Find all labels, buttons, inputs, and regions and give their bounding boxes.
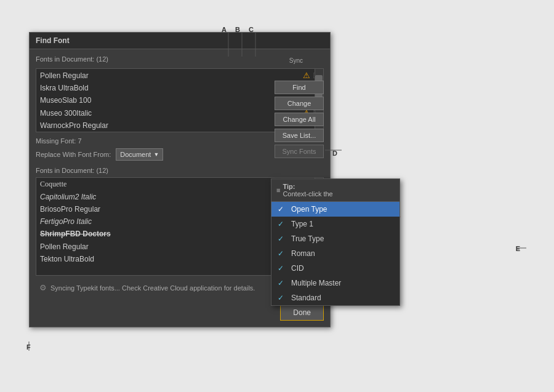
check-icon: ✓ xyxy=(278,249,286,258)
menu-item-label: Roman xyxy=(291,249,315,258)
label-e: E xyxy=(516,245,520,252)
context-menu-item-standard[interactable]: ✓ Standard xyxy=(271,290,399,305)
context-menu-header: ≡ Tip: Context-click the xyxy=(271,179,399,202)
dialog-title: Find Font xyxy=(30,33,330,49)
sync-fonts-button: Sync Fonts xyxy=(275,145,324,158)
context-menu-item-truetype[interactable]: ✓ True Type xyxy=(271,231,399,246)
find-button[interactable]: Find xyxy=(275,81,324,94)
fonts-in-doc-label2: Fonts in Document: (12) xyxy=(36,167,324,174)
check-icon: ✓ xyxy=(278,279,286,287)
context-tip-sub: Context-click the xyxy=(283,190,332,198)
context-menu-item-multiplemaster[interactable]: ✓ Multiple Master xyxy=(271,276,399,290)
context-menu-item-roman[interactable]: ✓ Roman xyxy=(271,246,399,261)
change-all-button[interactable]: Change All xyxy=(275,113,324,126)
menu-item-label: Type 1 xyxy=(291,220,313,228)
syncing-text: Syncing Typekit fonts... Check Creative … xyxy=(50,284,255,292)
font-name: ShrimpFBD Doctors xyxy=(40,230,295,238)
spin-icon: ⚙ xyxy=(39,283,47,292)
menu-item-label: Standard xyxy=(291,294,321,302)
replace-dropdown[interactable]: Document ▼ xyxy=(116,148,163,161)
warning-icon: ⚠ xyxy=(303,71,310,80)
font-name: BriosoPro Regular xyxy=(40,205,295,214)
font-name: FertigoPro Italic xyxy=(40,217,295,226)
dropdown-value: Document xyxy=(120,151,151,158)
check-icon: ✓ xyxy=(278,220,286,228)
menu-item-label: Open Type xyxy=(291,205,327,214)
font-row[interactable]: Pollen Regular ⚠ ☐ xyxy=(36,69,323,82)
context-menu-item-cid[interactable]: ✓ CID xyxy=(271,261,399,276)
check-icon: ✓ xyxy=(278,294,286,302)
context-menu-item-type1[interactable]: ✓ Type 1 xyxy=(271,217,399,231)
replace-with-label: Replace With Font From: xyxy=(36,151,111,158)
font-name: Coquette xyxy=(40,180,295,189)
font-name: Iskra UltraBold xyxy=(40,84,305,92)
context-menu-item-opentype[interactable]: ✓ Open Type xyxy=(271,202,399,217)
change-button[interactable]: Change xyxy=(275,97,324,110)
sync-header-label: Sync xyxy=(289,57,303,64)
font-name: Pollen Regular xyxy=(40,242,310,251)
font-name: MuseoSlab 100 xyxy=(40,96,305,105)
menu-icon: ≡ xyxy=(276,186,280,194)
fonts-in-doc-label1: Fonts in Document: (12) xyxy=(36,55,108,63)
menu-item-label: True Type xyxy=(291,234,324,243)
font-name: Capitolium2 Italic xyxy=(40,193,295,201)
font-name: WarnockPro Regular xyxy=(40,121,311,130)
check-icon: ✓ xyxy=(278,205,286,214)
font-name: Pollen Regular xyxy=(40,71,303,80)
menu-item-label: Multiple Master xyxy=(291,279,341,287)
font-icons: ⚠ xyxy=(303,71,310,80)
chevron-down-icon: ▼ xyxy=(153,151,159,158)
save-list-button[interactable]: Save List... xyxy=(275,129,324,142)
context-menu: ≡ Tip: Context-click the ✓ Open Type ✓ T… xyxy=(271,178,400,306)
check-icon: ✓ xyxy=(278,234,286,243)
font-name: Museo 300Italic xyxy=(40,109,303,118)
label-d: D xyxy=(332,150,337,157)
context-tip-header: Tip: xyxy=(283,183,332,190)
label-f: F xyxy=(26,343,31,351)
check-icon: ✓ xyxy=(278,264,286,273)
right-buttons: Find Change Change All Save List... Sync… xyxy=(275,81,324,158)
menu-item-label: CID xyxy=(291,264,304,273)
done-button[interactable]: Done xyxy=(280,305,324,321)
